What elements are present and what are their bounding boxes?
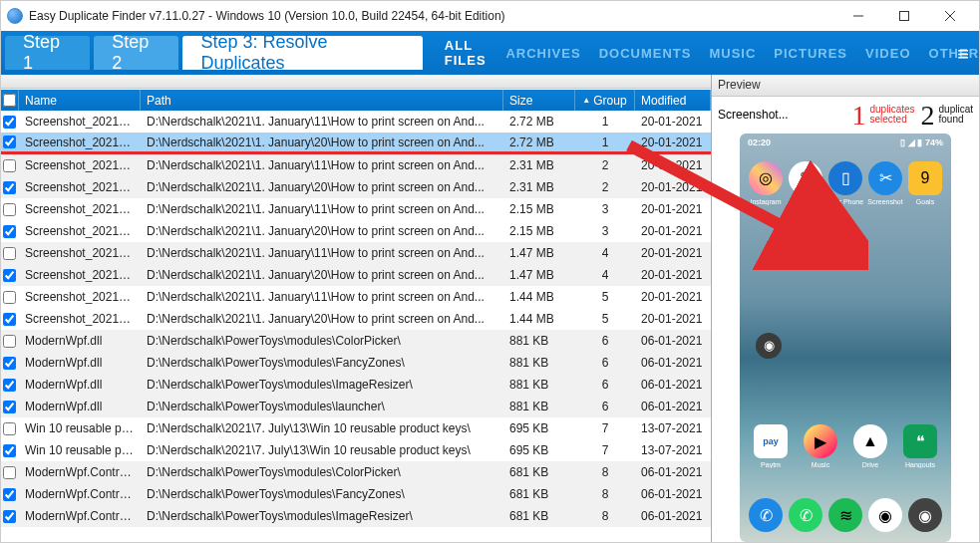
table-row[interactable]: Screenshot_202101...D:\Nerdschalk\2021\1… bbox=[1, 242, 711, 264]
minimize-button[interactable] bbox=[835, 1, 881, 31]
cell-modified: 06-01-2021 bbox=[635, 356, 711, 370]
row-checkbox[interactable] bbox=[3, 291, 16, 304]
cell-size: 1.44 MB bbox=[503, 290, 575, 304]
cell-modified: 06-01-2021 bbox=[635, 465, 711, 479]
cell-name: Screenshot_202101... bbox=[19, 115, 141, 129]
row-checkbox[interactable] bbox=[3, 422, 16, 435]
table-row[interactable]: Win 10 reusable pro...D:\Nerdschalk\2021… bbox=[1, 439, 711, 461]
type-filters: All Files Archives Documents Music Pictu… bbox=[427, 38, 979, 68]
cell-group: 1 bbox=[575, 136, 635, 149]
cell-size: 881 KB bbox=[503, 378, 575, 392]
cell-path: D:\Nerdschalk\PowerToys\modules\ImageRes… bbox=[141, 378, 503, 392]
cell-name: Screenshot_202101... bbox=[19, 202, 141, 216]
filter-video[interactable]: Video bbox=[865, 46, 910, 61]
select-all-checkbox[interactable] bbox=[3, 94, 16, 107]
cell-name: Screenshot_202101... bbox=[19, 180, 141, 194]
filter-documents[interactable]: Documents bbox=[599, 46, 692, 61]
row-checkbox[interactable] bbox=[3, 269, 16, 282]
tab-step3[interactable]: Step 3: Resolve Duplicates bbox=[182, 36, 422, 70]
table-row[interactable]: Screenshot_202101...D:\Nerdschalk\2021\1… bbox=[1, 154, 711, 176]
tab-step2[interactable]: Step 2 bbox=[94, 36, 178, 70]
col-checkbox[interactable] bbox=[1, 90, 19, 111]
col-name[interactable]: Name bbox=[19, 90, 141, 111]
table-row[interactable]: Win 10 reusable pro...D:\Nerdschalk\2021… bbox=[1, 417, 711, 439]
cell-modified: 13-07-2021 bbox=[635, 421, 711, 435]
row-checkbox[interactable] bbox=[3, 225, 16, 238]
cell-name: ModernWpf.Controls... bbox=[19, 487, 141, 501]
cell-modified: 06-01-2021 bbox=[635, 509, 711, 523]
col-size[interactable]: Size bbox=[503, 90, 575, 111]
row-checkbox[interactable] bbox=[3, 136, 16, 148]
row-checkbox[interactable] bbox=[3, 116, 16, 129]
table-row[interactable]: Screenshot_202101...D:\Nerdschalk\2021\1… bbox=[1, 111, 711, 133]
preview-panel: Preview Screenshot... 1 duplicatesselect… bbox=[712, 75, 979, 542]
table-row[interactable]: ModernWpf.dllD:\Nerdschalk\PowerToys\mod… bbox=[1, 396, 711, 417]
row-checkbox[interactable] bbox=[3, 313, 16, 326]
filter-music[interactable]: Music bbox=[709, 46, 756, 61]
row-checkbox[interactable] bbox=[3, 159, 16, 172]
table-row[interactable]: Screenshot_202101...D:\Nerdschalk\2021\1… bbox=[1, 286, 711, 308]
row-checkbox[interactable] bbox=[3, 357, 16, 370]
cell-size: 695 KB bbox=[503, 421, 575, 435]
row-checkbox[interactable] bbox=[3, 510, 16, 523]
cell-size: 2.15 MB bbox=[503, 202, 575, 216]
table-row[interactable]: ModernWpf.dllD:\Nerdschalk\PowerToys\mod… bbox=[1, 352, 711, 374]
table-row[interactable]: ModernWpf.Controls...D:\Nerdschalk\Power… bbox=[1, 461, 711, 483]
cell-path: D:\Nerdschalk\PowerToys\modules\FancyZon… bbox=[141, 356, 503, 370]
row-checkbox[interactable] bbox=[3, 444, 16, 457]
table-row[interactable]: Screenshot_202101...D:\Nerdschalk\2021\1… bbox=[1, 264, 711, 286]
spotify-icon: ≋ bbox=[828, 498, 862, 532]
row-checkbox[interactable] bbox=[3, 401, 16, 413]
grid-body[interactable]: Screenshot_202101...D:\Nerdschalk\2021\1… bbox=[1, 111, 711, 542]
table-row[interactable]: ModernWpf.Controls...D:\Nerdschalk\Power… bbox=[1, 483, 711, 505]
row-checkbox[interactable] bbox=[3, 488, 16, 501]
filter-archives[interactable]: Archives bbox=[505, 46, 580, 61]
cell-name: Screenshot_202101... bbox=[19, 158, 141, 172]
sort-asc-icon: ▲ bbox=[582, 96, 590, 105]
instagram-icon: ◎ bbox=[749, 161, 783, 195]
col-group[interactable]: ▲Group bbox=[575, 90, 635, 111]
screenshot-icon: ✂ bbox=[868, 161, 902, 195]
table-row[interactable]: ModernWpf.dllD:\Nerdschalk\PowerToys\mod… bbox=[1, 330, 711, 352]
cell-modified: 20-01-2021 bbox=[635, 268, 711, 282]
table-row[interactable]: Screenshot_202101...D:\Nerdschalk\2021\1… bbox=[1, 176, 711, 198]
cell-path: D:\Nerdschalk\2021\1. January\20\How to … bbox=[141, 180, 503, 194]
cell-path: D:\Nerdschalk\2021\7. July\13\Win 10 reu… bbox=[141, 421, 503, 435]
maximize-button[interactable] bbox=[881, 1, 927, 31]
table-row[interactable]: Screenshot_202101...D:\Nerdschalk\2021\1… bbox=[1, 198, 711, 220]
cell-path: D:\Nerdschalk\2021\1. January\11\How to … bbox=[141, 246, 503, 260]
table-row[interactable]: Screenshot_202101...D:\Nerdschalk\2021\1… bbox=[1, 133, 711, 154]
cell-group: 2 bbox=[575, 158, 635, 172]
filter-all[interactable]: All Files bbox=[445, 38, 489, 68]
content-area: Name Path Size ▲Group Modified Screensho… bbox=[1, 75, 979, 542]
table-row[interactable]: ModernWpf.Controls...D:\Nerdschalk\Power… bbox=[1, 505, 711, 527]
row-checkbox[interactable] bbox=[3, 181, 16, 194]
col-modified[interactable]: Modified bbox=[635, 90, 711, 111]
filter-pictures[interactable]: Pictures bbox=[774, 46, 847, 61]
cell-name: ModernWpf.Controls... bbox=[19, 465, 141, 479]
cell-path: D:\Nerdschalk\PowerToys\modules\launcher… bbox=[141, 400, 503, 413]
row-checkbox[interactable] bbox=[3, 247, 16, 260]
cell-modified: 06-01-2021 bbox=[635, 334, 711, 348]
table-row[interactable]: Screenshot_202101...D:\Nerdschalk\2021\1… bbox=[1, 220, 711, 242]
preview-image: 02:20▯ ◢ ▮ 74% ◎Instagram ✎How-To ▯Your … bbox=[740, 134, 951, 542]
table-row[interactable]: ModernWpf.dllD:\Nerdschalk\PowerToys\mod… bbox=[1, 374, 711, 396]
app-icon bbox=[7, 8, 23, 24]
table-row[interactable]: Screenshot_202101...D:\Nerdschalk\2021\1… bbox=[1, 308, 711, 330]
cell-modified: 20-01-2021 bbox=[635, 158, 711, 172]
cell-name: Screenshot_202101... bbox=[19, 136, 141, 149]
cell-path: D:\Nerdschalk\PowerToys\modules\ColorPic… bbox=[141, 465, 503, 479]
col-path[interactable]: Path bbox=[141, 90, 503, 111]
phone-dialer-icon: ✆ bbox=[749, 498, 783, 532]
row-checkbox[interactable] bbox=[3, 335, 16, 348]
cell-size: 1.47 MB bbox=[503, 268, 575, 282]
row-checkbox[interactable] bbox=[3, 466, 16, 479]
hamburger-icon[interactable]: ≡ bbox=[953, 43, 973, 66]
cell-name: ModernWpf.dll bbox=[19, 334, 141, 348]
close-button[interactable] bbox=[927, 1, 973, 31]
row-checkbox[interactable] bbox=[3, 203, 16, 216]
svg-rect-1 bbox=[900, 12, 909, 21]
tab-step1[interactable]: Step 1 bbox=[5, 36, 90, 70]
row-checkbox[interactable] bbox=[3, 379, 16, 392]
cell-size: 881 KB bbox=[503, 356, 575, 370]
